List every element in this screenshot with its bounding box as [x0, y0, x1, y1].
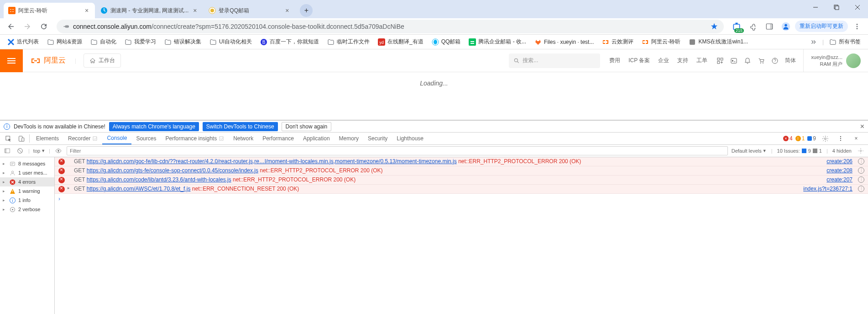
error-count[interactable]: ×4	[783, 135, 793, 142]
window-maximize[interactable]	[826, 0, 847, 15]
bookmark-item[interactable]: 腾讯企业邮箱 - 收...	[465, 36, 530, 48]
sidebar-user[interactable]: ▸1 user mes...	[0, 168, 54, 177]
log-url[interactable]: https://g.alicdn.com/AWSC/et/1.70.8/et_f…	[87, 186, 191, 192]
bookmark-item[interactable]: 网站&资源	[43, 36, 86, 48]
window-close[interactable]	[847, 0, 868, 15]
console-error-row[interactable]: GET https://g.alicdn.com/goc-fe/lib-cdn/…	[55, 157, 868, 166]
console-prompt[interactable]: ›	[55, 194, 868, 204]
log-detail-icon[interactable]: ⋮	[858, 176, 864, 183]
log-detail-icon[interactable]: ⋮	[858, 167, 864, 174]
nav-ticket[interactable]: 工单	[696, 57, 707, 64]
console-settings-icon[interactable]	[856, 148, 865, 154]
nav-cost[interactable]: 费用	[609, 57, 620, 64]
device-toggle-icon[interactable]	[15, 133, 27, 144]
browser-tab-active[interactable]: 阿里云-聆听 ×	[4, 3, 95, 18]
bookmark-item[interactable]: 云效测评	[598, 36, 637, 48]
app-icon[interactable]	[716, 57, 724, 64]
bookmark-overflow[interactable]	[806, 35, 821, 49]
info-count[interactable]: 9	[807, 135, 816, 142]
sidebar-msg[interactable]: ▸8 messages	[0, 159, 54, 168]
browser-tab[interactable]: 登录QQ邮箱 ×	[204, 3, 295, 18]
bookmark-item[interactable]: 阿里云-聆听	[638, 36, 684, 48]
bookmark-item[interactable]: 迭代列表	[4, 36, 42, 48]
bookmark-item[interactable]: 错误解决集	[161, 36, 205, 48]
source-link[interactable]: create:206	[821, 158, 852, 165]
bookmark-item[interactable]: yd在线翻译_有道	[374, 36, 427, 48]
sidebar-info[interactable]: ▸i1 info	[0, 196, 54, 205]
console-error-row[interactable]: GET https://g.alicdn.com/gts-fe/console-…	[55, 166, 868, 176]
switch-language-button[interactable]: Switch DevTools to Chinese	[203, 122, 278, 131]
dismiss-button[interactable]: Don't show again	[282, 122, 332, 131]
extensions-menu-icon[interactable]	[746, 19, 760, 34]
filter-input[interactable]	[67, 146, 728, 155]
warning-count[interactable]: !1	[795, 135, 805, 142]
bookmark-item[interactable]: UI自动化相关	[206, 36, 256, 48]
sidebar-toggle-icon[interactable]	[3, 148, 12, 154]
source-link[interactable]: index.js?t=236727:1	[798, 186, 852, 192]
devtools-tab-performance-insights[interactable]: Performance insights	[161, 133, 229, 144]
side-panel-icon[interactable]	[762, 19, 777, 34]
all-bookmarks[interactable]: 所有书签	[826, 36, 864, 48]
log-url[interactable]: https://g.alicdn.com/gts-fe/console-sop-…	[87, 167, 258, 174]
devtools-tab-lighthouse[interactable]: Lighthouse	[392, 133, 428, 144]
devtools-tab-console[interactable]: Console	[102, 133, 131, 144]
log-detail-icon[interactable]: ⋮	[858, 186, 864, 192]
address-bar[interactable]: connect.console.aliyun.com/connect/creat…	[57, 20, 724, 33]
bookmark-star-icon[interactable]	[710, 22, 718, 31]
site-info-icon[interactable]	[62, 23, 69, 30]
window-minimize[interactable]	[805, 0, 826, 15]
bookmark-item[interactable]: 我爱学习	[121, 36, 160, 48]
bookmark-item[interactable]: B百度一下，你就知道	[256, 36, 323, 48]
log-levels-selector[interactable]: Default levels ▼	[732, 148, 767, 154]
more-icon[interactable]	[834, 135, 847, 142]
close-icon[interactable]: ×	[860, 122, 864, 131]
clear-console-icon[interactable]	[16, 148, 25, 154]
help-icon[interactable]	[771, 57, 779, 64]
devtools-tab-sources[interactable]: Sources	[131, 133, 161, 144]
profile-icon[interactable]	[779, 19, 793, 34]
nav-enterprise[interactable]: 企业	[658, 57, 669, 64]
close-icon[interactable]: ×	[83, 7, 90, 14]
chrome-menu-icon[interactable]	[850, 19, 864, 34]
log-url[interactable]: https://g.alicdn.com/goc-fe/lib-cdn/??re…	[87, 158, 457, 165]
sidebar-verbose[interactable]: ▸2 verbose	[0, 205, 54, 214]
log-url[interactable]: https://g.alicdn.com/code/lib/antd/3.23.…	[87, 176, 231, 183]
aliyun-logo[interactable]: 阿里云	[23, 55, 73, 66]
source-link[interactable]: create:208	[821, 167, 852, 174]
context-selector[interactable]: top ▼	[33, 148, 45, 154]
nav-support[interactable]: 支持	[677, 57, 688, 64]
cloudshell-icon[interactable]	[730, 57, 737, 64]
browser-tab[interactable]: 测速网 - 专业测网速, 网速测试... ×	[96, 3, 203, 18]
inspect-icon[interactable]	[2, 133, 15, 144]
reload-button[interactable]	[37, 19, 51, 34]
bookmark-item[interactable]: Files · xueyin · test...	[531, 36, 597, 48]
devtools-tab-security[interactable]: Security	[363, 133, 392, 144]
extension-icon[interactable]: 215	[729, 19, 744, 34]
notification-icon[interactable]	[744, 57, 751, 64]
user-menu[interactable]: xueyin@szz... RAM 用户	[803, 49, 868, 72]
nav-icp[interactable]: ICP 备案	[628, 57, 650, 64]
devtools-tab-application[interactable]: Application	[298, 133, 335, 144]
console-error-row[interactable]: GET https://g.alicdn.com/code/lib/antd/3…	[55, 176, 868, 185]
close-icon[interactable]: ×	[283, 7, 291, 14]
bookmark-item[interactable]: 临时工作文件	[324, 36, 373, 48]
live-expression-icon[interactable]	[54, 148, 63, 154]
bookmark-item[interactable]: KMS在线激活win1...	[685, 36, 752, 48]
forward-button[interactable]	[20, 19, 35, 34]
hamburger-menu[interactable]	[0, 49, 23, 72]
search-input[interactable]: 搜索...	[509, 53, 600, 68]
back-button[interactable]	[4, 19, 18, 34]
close-icon[interactable]: ×	[191, 7, 199, 14]
sidebar-warn[interactable]: ▸1 warning	[0, 186, 54, 196]
hidden-count[interactable]: 4 hidden	[832, 148, 852, 154]
source-link[interactable]: create:207	[821, 176, 852, 183]
devtools-tab-elements[interactable]: Elements	[31, 133, 63, 144]
devtools-tab-memory[interactable]: Memory	[335, 133, 363, 144]
match-language-button[interactable]: Always match Chrome's language	[109, 122, 199, 131]
language-selector[interactable]: 简体	[785, 57, 796, 64]
new-tab-button[interactable]: +	[300, 4, 313, 17]
issues-counter[interactable]: 10 Issues: 9 1	[777, 148, 822, 154]
update-button[interactable]: 重新启动即可更新	[795, 21, 848, 32]
sidebar-error[interactable]: ▸4 errors	[0, 177, 54, 186]
devtools-tab-performance[interactable]: Performance	[258, 133, 298, 144]
